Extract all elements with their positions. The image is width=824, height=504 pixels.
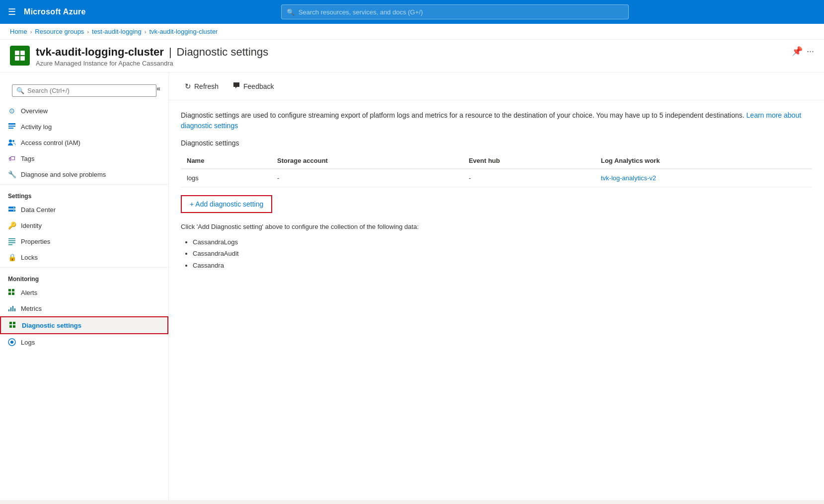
breadcrumb-home[interactable]: Home	[10, 28, 27, 35]
svg-rect-27	[13, 322, 15, 324]
logs-icon	[8, 338, 16, 346]
feedback-button[interactable]: Feedback	[226, 78, 280, 94]
sidebar-collapse-icon[interactable]: «	[156, 84, 160, 92]
click-info-text: Click 'Add Diagnostic setting' above to …	[181, 223, 812, 230]
svg-rect-5	[8, 126, 15, 127]
refresh-icon: ↻	[185, 82, 191, 91]
sidebar-label-alerts: Alerts	[21, 289, 37, 296]
overview-icon: ⊙	[8, 107, 16, 115]
svg-rect-21	[8, 309, 9, 311]
row-eventhub: -	[463, 169, 595, 187]
svg-rect-6	[8, 128, 13, 129]
tags-icon: 🏷	[8, 154, 16, 162]
sidebar-item-properties[interactable]: Properties	[0, 233, 168, 249]
svg-rect-14	[8, 240, 15, 241]
resource-subtitle: Azure Managed Instance for Apache Cassan…	[36, 60, 780, 67]
sidebar-item-identity[interactable]: 🔑 Identity	[0, 217, 168, 233]
refresh-button[interactable]: ↻ Refresh	[179, 79, 225, 94]
feedback-icon	[232, 81, 240, 91]
sidebar-search-input[interactable]	[27, 87, 152, 94]
svg-point-8	[12, 140, 14, 142]
sidebar-item-diagnose[interactable]: 🔧 Diagnose and solve problems	[0, 166, 168, 182]
list-item-cassandra: Cassandra	[193, 260, 812, 271]
svg-point-11	[13, 207, 14, 208]
page-title: Diagnostic settings	[177, 46, 269, 59]
properties-icon	[8, 237, 16, 245]
content-body: Diagnostic settings are used to configur…	[169, 100, 824, 281]
resource-name: tvk-audit-logging-cluster	[36, 46, 164, 59]
resource-header: tvk-audit-logging-cluster | Diagnostic s…	[0, 40, 824, 72]
breadcrumb-cluster[interactable]: tvk-audit-logging-cluster	[149, 28, 218, 35]
sidebar-label-access-control: Access control (IAM)	[21, 139, 80, 146]
breadcrumb: Home › Resource groups › test-audit-logg…	[0, 24, 824, 40]
sidebar-item-access-control[interactable]: Access control (IAM)	[0, 135, 168, 150]
svg-rect-3	[20, 56, 25, 61]
sidebar-label-activity-log: Activity log	[21, 123, 52, 131]
sidebar-item-tags[interactable]: 🏷 Tags	[0, 150, 168, 166]
svg-rect-22	[10, 307, 11, 311]
sidebar-label-identity: Identity	[21, 222, 42, 229]
data-list: CassandraLogs CassandraAudit Cassandra	[181, 236, 812, 271]
svg-point-7	[9, 140, 12, 143]
add-diagnostic-button[interactable]: + Add diagnostic setting	[183, 197, 270, 211]
sidebar-item-overview[interactable]: ⊙ Overview	[0, 103, 168, 119]
svg-point-12	[13, 210, 14, 211]
sidebar-divider-1	[0, 184, 168, 185]
sidebar-item-diagnostic-settings[interactable]: Diagnostic settings	[0, 316, 168, 334]
sidebar-item-data-center[interactable]: Data Center	[0, 202, 168, 217]
activity-log-icon	[8, 123, 16, 131]
sidebar-search-icon: 🔍	[16, 87, 24, 94]
sidebar-label-tags: Tags	[21, 155, 34, 162]
svg-rect-17	[8, 289, 11, 291]
row-name: logs	[181, 169, 271, 187]
sidebar-label-metrics: Metrics	[21, 305, 42, 312]
azure-logo: Microsoft Azure	[24, 7, 86, 16]
svg-rect-26	[9, 325, 12, 328]
breadcrumb-resource-groups[interactable]: Resource groups	[35, 28, 84, 35]
svg-rect-25	[9, 322, 12, 324]
svg-rect-4	[8, 123, 15, 125]
topbar: ☰ Microsoft Azure 🔍 Search resources, se…	[0, 0, 824, 24]
resource-title-block: tvk-audit-logging-cluster | Diagnostic s…	[36, 46, 780, 67]
col-header-eventhub: Event hub	[463, 153, 595, 169]
sidebar-item-metrics[interactable]: Metrics	[0, 300, 168, 316]
hamburger-icon[interactable]: ☰	[8, 6, 16, 17]
svg-rect-16	[8, 244, 12, 245]
resource-icon	[10, 46, 30, 66]
breadcrumb-test-audit-logging[interactable]: test-audit-logging	[92, 28, 142, 35]
add-btn-label: + Add diagnostic setting	[190, 200, 263, 208]
svg-rect-28	[13, 325, 15, 328]
sidebar-item-activity-log[interactable]: Activity log	[0, 119, 168, 135]
breadcrumb-sep-2: ›	[87, 29, 89, 35]
sidebar-item-logs[interactable]: Logs	[0, 334, 168, 350]
sidebar-section-monitoring: Monitoring	[0, 270, 168, 285]
breadcrumb-sep-1: ›	[30, 29, 32, 35]
row-loganalytics[interactable]: tvk-log-analytics-v2	[595, 169, 812, 187]
svg-point-30	[10, 341, 13, 344]
col-header-name: Name	[181, 153, 271, 169]
row-storage: -	[271, 169, 463, 187]
col-header-storage: Storage account	[271, 153, 463, 169]
svg-rect-24	[14, 308, 15, 311]
table-row: logs - - tvk-log-analytics-v2	[181, 169, 812, 187]
col-header-loganalytics: Log Analytics work	[595, 153, 812, 169]
svg-rect-20	[12, 292, 14, 295]
main-layout: 🔍 « ⊙ Overview Activity log Access contr…	[0, 72, 824, 500]
sidebar-label-logs: Logs	[21, 339, 35, 346]
page-title-separator: |	[169, 46, 172, 59]
sidebar-item-alerts[interactable]: Alerts	[0, 285, 168, 300]
list-item-cassandraaudit: CassandraAudit	[193, 248, 812, 259]
search-placeholder: Search resources, services, and docs (G+…	[299, 8, 423, 16]
access-control-icon	[8, 139, 16, 146]
sidebar-search[interactable]: 🔍	[12, 84, 156, 97]
diagnostic-settings-icon	[9, 321, 17, 329]
sidebar-item-locks[interactable]: 🔒 Locks	[0, 249, 168, 265]
data-center-icon	[8, 206, 16, 214]
sidebar-divider-2	[0, 267, 168, 268]
more-options-icon[interactable]: ···	[807, 46, 814, 57]
sidebar-label-overview: Overview	[21, 107, 48, 115]
sidebar: 🔍 « ⊙ Overview Activity log Access contr…	[0, 72, 169, 500]
svg-rect-18	[8, 292, 11, 295]
pin-icon[interactable]: 📌	[792, 46, 803, 57]
global-search[interactable]: 🔍 Search resources, services, and docs (…	[281, 4, 629, 19]
